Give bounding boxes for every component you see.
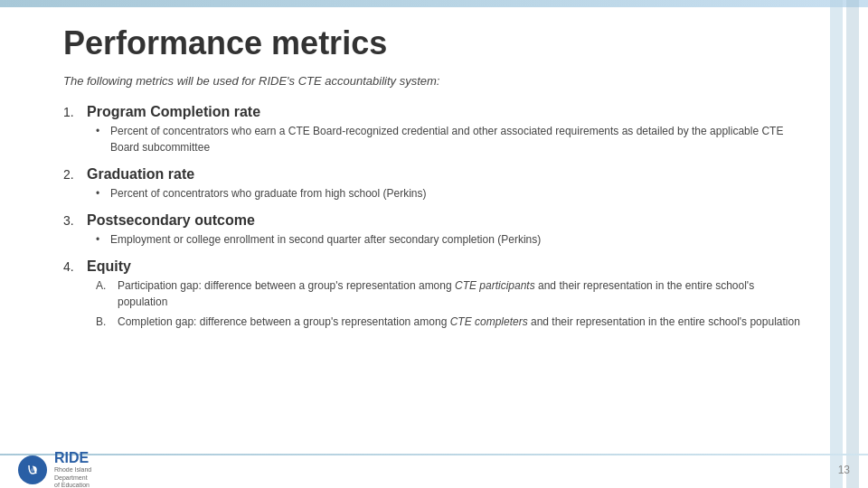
metric-number-2: 2. xyxy=(63,167,80,182)
metric-bullets-2: • Percent of concentrators who graduate … xyxy=(63,185,805,202)
equity-label-b: B. xyxy=(96,314,110,330)
metric-number-3: 3. xyxy=(63,213,80,228)
page-number: 13 xyxy=(838,464,850,476)
equity-item-a: A. Participation gap: difference between… xyxy=(96,277,805,310)
right-decorative-bar-1 xyxy=(830,0,843,488)
metric-item-3: 3. Postsecondary outcome • Employment or… xyxy=(63,212,805,248)
metric-header-1: 1. Program Completion rate xyxy=(63,104,805,120)
page-title: Performance metrics xyxy=(63,25,805,61)
bottom-area: RIDE Rhode IslandDepartmentof Education … xyxy=(0,452,868,488)
logo-text-area: RIDE Rhode IslandDepartmentof Education xyxy=(54,450,91,488)
bullet-text-3-0: Employment or college enrollment in seco… xyxy=(110,231,805,248)
metric-bullets-1: • Percent of concentrators who earn a CT… xyxy=(63,123,805,155)
metric-item-4: 4. Equity A. Participation gap: differen… xyxy=(63,258,805,330)
metric-header-4: 4. Equity xyxy=(63,258,805,275)
equity-item-b: B. Completion gap: difference between a … xyxy=(96,314,805,330)
bullet-item-1-0: • Percent of concentrators who earn a CT… xyxy=(96,123,805,155)
bullet-text-2-0: Percent of concentrators who graduate fr… xyxy=(110,185,805,202)
bullet-item-2-0: • Percent of concentrators who graduate … xyxy=(96,185,805,202)
logo-area: RIDE Rhode IslandDepartmentof Education xyxy=(18,450,91,488)
metrics-list: 1. Program Completion rate • Percent of … xyxy=(63,104,805,330)
metric-title-3: Postsecondary outcome xyxy=(87,212,255,229)
metric-number-1: 1. xyxy=(63,105,80,119)
top-decorative-bar xyxy=(0,0,868,7)
metric-title-1: Program Completion rate xyxy=(87,104,260,120)
equity-text-a: Participation gap: difference between a … xyxy=(118,277,805,310)
metric-title-4: Equity xyxy=(87,258,131,275)
metric-title-2: Graduation rate xyxy=(87,166,194,183)
bullet-dot-2: • xyxy=(96,185,105,202)
metric-bullets-3: • Employment or college enrollment in se… xyxy=(63,231,805,248)
metric-item-2: 2. Graduation rate • Percent of concentr… xyxy=(63,166,805,202)
ride-brand-text: RIDE xyxy=(54,450,91,466)
metric-item-1: 1. Program Completion rate • Percent of … xyxy=(63,104,805,155)
equity-label-a: A. xyxy=(96,277,110,310)
ride-logo-svg xyxy=(24,461,42,479)
right-decorative-bar-2 xyxy=(846,0,859,488)
metric-header-3: 3. Postsecondary outcome xyxy=(63,212,805,229)
ride-logo-icon xyxy=(18,455,47,484)
bullet-item-3-0: • Employment or college enrollment in se… xyxy=(96,231,805,248)
bullet-dot: • xyxy=(96,123,105,155)
logo-subtitle: Rhode IslandDepartmentof Education xyxy=(54,466,91,488)
subtitle: The following metrics will be used for R… xyxy=(63,74,805,88)
svg-point-1 xyxy=(31,468,34,472)
bullet-dot-3: • xyxy=(96,231,105,248)
equity-subitems: A. Participation gap: difference between… xyxy=(63,277,805,330)
metric-number-4: 4. xyxy=(63,259,80,274)
metric-header-2: 2. Graduation rate xyxy=(63,166,805,183)
bullet-text-1-0: Percent of concentrators who earn a CTE … xyxy=(110,123,805,155)
equity-text-b: Completion gap: difference between a gro… xyxy=(118,314,805,330)
main-content: Performance metrics The following metric… xyxy=(54,7,814,452)
